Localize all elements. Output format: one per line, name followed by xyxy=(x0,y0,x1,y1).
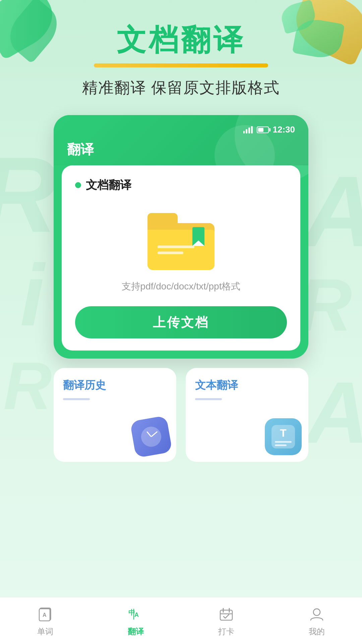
text-card-divider xyxy=(195,398,222,400)
battery-icon xyxy=(257,126,269,133)
history-hex-shape xyxy=(130,415,172,458)
history-card-title: 翻译历史 xyxy=(63,378,167,393)
svg-rect-7 xyxy=(220,610,232,620)
text-translate-card[interactable]: 文本翻译 T xyxy=(186,368,308,462)
nav-item-profile[interactable]: 我的 xyxy=(283,605,350,637)
history-card-divider xyxy=(63,398,90,400)
folder-icon xyxy=(147,213,215,270)
app-title: 翻译 xyxy=(67,142,94,157)
clock-face xyxy=(139,425,163,448)
profile-icon xyxy=(307,605,326,624)
nav-item-vocabulary[interactable]: A A 单词 xyxy=(12,605,79,637)
translate-icon: 中 A xyxy=(126,605,145,624)
nav-item-translate[interactable]: 中 A 翻译 xyxy=(102,605,169,637)
history-card[interactable]: 翻译历史 xyxy=(54,368,176,462)
folder-tab xyxy=(147,213,178,225)
folder-front xyxy=(147,230,215,270)
page-subtitle: 精准翻译 保留原文排版格式 xyxy=(82,77,280,98)
upload-button[interactable]: 上传文档 xyxy=(75,306,287,338)
svg-point-11 xyxy=(313,609,320,615)
green-dot xyxy=(75,182,81,188)
history-icon xyxy=(133,418,170,455)
svg-text:A: A xyxy=(43,612,47,618)
folder-area: 支持pdf/doc/docx/txt/ppt格式 xyxy=(75,206,287,306)
card-body: 文档翻译 支持pdf/doc/docx/txt/ppt格式 xyxy=(62,165,300,351)
text-icon-inner: T xyxy=(272,425,295,448)
svg-text:A: A xyxy=(134,611,139,618)
text-T-letter: T xyxy=(280,428,287,438)
text-lines xyxy=(275,441,292,446)
checkin-icon xyxy=(217,605,236,624)
bottom-navigation: A A 单词 中 A 翻译 打卡 xyxy=(0,597,362,644)
deco-circle-2 xyxy=(215,125,275,185)
nav-item-checkin[interactable]: 打卡 xyxy=(193,605,260,637)
text-hex-shape: T xyxy=(265,418,302,455)
folder-lines xyxy=(158,246,194,254)
main-content: 文档翻译 精准翻译 保留原文排版格式 12:30 xyxy=(0,0,362,462)
clock-minute-hand xyxy=(151,431,158,437)
card-header: 12:30 翻译 xyxy=(54,115,308,165)
title-underline xyxy=(94,63,268,67)
text-translate-icon: T xyxy=(265,418,302,455)
nav-label-translate: 翻译 xyxy=(128,626,144,637)
nav-label-profile: 我的 xyxy=(309,626,325,637)
text-translate-card-title: 文本翻译 xyxy=(195,378,299,393)
nav-label-vocabulary: 单词 xyxy=(37,626,53,637)
bottom-cards-row: 翻译历史 文本翻译 T xyxy=(54,368,308,462)
support-formats-text: 支持pdf/doc/docx/txt/ppt格式 xyxy=(122,280,241,293)
phone-mockup-card: 12:30 翻译 文档翻译 xyxy=(54,115,308,359)
nav-label-checkin: 打卡 xyxy=(218,626,234,637)
vocabulary-icon: A A xyxy=(36,605,55,624)
page-title: 文档翻译 xyxy=(117,20,245,60)
folder-bookmark xyxy=(192,227,204,246)
